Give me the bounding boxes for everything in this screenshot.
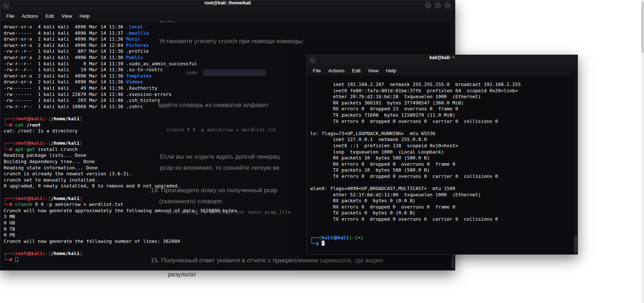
terminal-line: RX packets 0 bytes 0 (0.0 B) (310, 198, 573, 204)
terminal-line: RX packets 366191 bytes 377498547 (360.0… (310, 100, 573, 106)
terminal-line (310, 124, 573, 131)
terminal-output[interactable]: inet 192.168.2.207 netmask 255.255.255.0… (310, 76, 573, 253)
terminal-line: └─$ (310, 241, 573, 247)
terminal-line: ether 20:7b:d2:1b:bd:28 txqueuelen 1000 … (310, 94, 573, 100)
doc-text-fragment: результат (168, 271, 196, 278)
menu-item-view[interactable]: View (368, 68, 378, 73)
menu-item-view[interactable]: View (61, 13, 72, 19)
terminal-scrollbar-thumb[interactable] (574, 236, 577, 253)
menu-item-help[interactable]: Help (386, 68, 396, 73)
desktop: результат Kali ToolsKali DocsKali Forums… (0, 0, 644, 303)
menu-bar: FileActionsEditViewHelp (0, 11, 455, 21)
terminal-line: drwxr-xr-x 4 kali kali 4096 Mar 14 11:36… (4, 24, 450, 30)
terminal-line: └─# (4, 257, 450, 263)
window-title: root@kali: /home/kali (0, 0, 455, 11)
terminal-line: TX errors 0 dropped 0 overruns 0 carrier… (310, 216, 573, 223)
terminal-line: wlan0: flags=4099<UP,BROADCAST,MULTICAST… (310, 186, 573, 192)
terminal-line: lo: flags=73<UP,LOOPBACK,RUNNING> mtu 65… (310, 131, 573, 137)
terminal-line: TX packets 0 bytes 0 (0.0 B) (310, 210, 573, 216)
window-title: kali@kali: ~ (307, 55, 578, 65)
menu-item-edit[interactable]: Edit (45, 13, 54, 19)
terminal-line: inet6 ::1 prefixlen 128 scopeid 0x10<hos… (310, 143, 573, 149)
maximize-button[interactable] (435, 2, 441, 8)
terminal-line: ┌──(kali㉿kali)-[~] (310, 235, 573, 241)
browser-scrollbar-thumb[interactable] (641, 1, 644, 53)
terminal-line: drwx------ 4 kali kali 4096 Mar 14 11:37… (4, 30, 450, 37)
terminal-line: drwxr-xr-x 2 kali kali 4096 Mar 14 12:04… (4, 42, 450, 49)
terminal-line: ether 52:1f:6d:d2:11:80 txqueuelen 1000 … (310, 192, 573, 198)
menu-bar: FileActionsEditViewHelp (307, 65, 578, 76)
terminal-line (310, 228, 573, 235)
terminal-line: RX packets 10 bytes 580 (580.0 B) (310, 155, 573, 161)
terminal-line: RX errors 0 dropped 23 overruns 0 frame … (310, 106, 573, 112)
terminal-line (310, 180, 573, 186)
terminal-line: drwxr-xr-x 2 kali kali 4096 Mar 14 11:36… (4, 36, 450, 42)
terminal-line: inet6 fe80::fa7a:801d:61be:37fb prefixle… (310, 88, 573, 94)
title-bar[interactable]: >_ root@kali: /home/kali (0, 0, 455, 11)
close-button[interactable] (444, 2, 451, 8)
terminal-line: inet 192.168.2.207 netmask 255.255.255.0… (310, 82, 573, 88)
terminal-line: inet 127.0.0.1 netmask 255.0.0.0 (310, 137, 573, 143)
terminal-scrollbar[interactable] (574, 65, 578, 254)
menu-item-actions[interactable]: Actions (328, 68, 345, 73)
terminal-window-kali: >_ kali@kali: ~ FileActionsEditViewHelp … (306, 55, 578, 255)
terminal-line: loop txqueuelen 1000 (Local Loopback) (310, 149, 573, 155)
terminal-line: RX errors 0 dropped 0 overruns 0 frame 0 (310, 204, 573, 210)
menu-item-actions[interactable]: Actions (22, 13, 38, 19)
terminal-cursor (322, 241, 325, 246)
terminal-cursor (15, 257, 18, 262)
menu-item-file[interactable]: File (6, 13, 14, 19)
title-bar[interactable]: >_ kali@kali: ~ (307, 55, 578, 65)
terminal-line (310, 223, 573, 229)
menu-item-file[interactable]: File (313, 68, 321, 73)
terminal-line: TX errors 0 dropped 0 overruns 0 carrier… (310, 173, 573, 180)
terminal-line: -rw-r--r-- 1 kali kali 807 Mar 14 11:36 … (4, 48, 450, 55)
menu-item-edit[interactable]: Edit (352, 68, 360, 73)
terminal-line: TX packets 10 bytes 580 (580.0 B) (310, 167, 573, 173)
terminal-line: RX errors 0 dropped 0 overruns 0 frame 0 (310, 161, 573, 168)
terminal-line: TX errors 0 dropped 0 overruns 0 carrier… (310, 118, 573, 125)
window-controls (425, 2, 451, 8)
browser-scrollbar[interactable] (641, 0, 644, 303)
menu-item-help[interactable]: Help (79, 13, 90, 19)
terminal-line: TX packets 71608 bytes 11580279 (11.0 Mi… (310, 112, 573, 118)
minimize-button[interactable] (425, 2, 431, 8)
